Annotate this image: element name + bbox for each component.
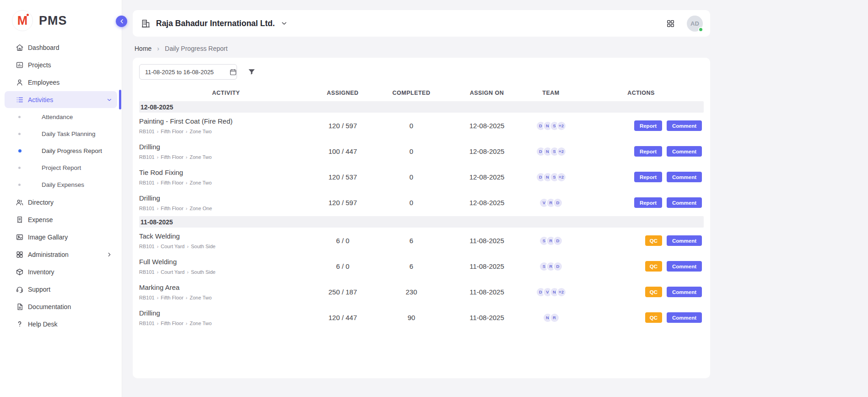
sidebar-item-administration[interactable]: Administration: [5, 246, 117, 263]
activity-name: Painting - First Coat (Fire Red): [139, 117, 313, 125]
sidebar-item-daily-progress-report[interactable]: Daily Progress Report: [5, 142, 117, 159]
qc-button[interactable]: QC: [645, 287, 662, 297]
report-button[interactable]: Report: [634, 120, 662, 131]
filter-button[interactable]: [247, 67, 256, 76]
chevron-right-icon: ›: [157, 155, 159, 160]
sidebar-item-label: Expense: [28, 216, 53, 223]
activity-path: RB101›Fifth Floor›Zone Two: [139, 321, 313, 326]
breadcrumb-home-link[interactable]: Home: [135, 45, 151, 52]
assigned-value: 6 / 0: [313, 262, 372, 270]
path-segment: Fifth Floor: [161, 295, 183, 300]
comment-button[interactable]: Comment: [667, 172, 702, 182]
team-more-badge[interactable]: +2: [556, 287, 566, 297]
assigned-value: 120 / 447: [313, 314, 372, 321]
path-segment: Zone One: [190, 206, 212, 211]
sidebar-item-project-report[interactable]: Project Report: [5, 159, 117, 176]
sidebar-item-help-desk[interactable]: Help Desk: [5, 315, 117, 332]
completed-value: 230: [372, 288, 450, 296]
path-segment: RB101: [139, 180, 155, 185]
sidebar-item-activities[interactable]: Activities: [5, 91, 117, 108]
table-row: DrillingRB101›Fifth Floor›Zone Two120 / …: [139, 305, 704, 331]
completed-value: 90: [372, 314, 450, 321]
sidebar-item-daily-expenses[interactable]: Daily Expenses: [5, 176, 117, 193]
chevron-right-icon: ›: [157, 270, 159, 275]
sidebar-item-image-gallary[interactable]: Image Gallary: [5, 228, 117, 245]
report-button[interactable]: Report: [634, 172, 662, 182]
sidebar-item-expense[interactable]: Expense: [5, 211, 117, 228]
sidebar-item-daily-task-planning[interactable]: Daily Task Planning: [5, 125, 117, 142]
assigned-value: 120 / 597: [313, 122, 372, 130]
qc-button[interactable]: QC: [645, 235, 662, 246]
activity-path: RB101›Fifth Floor›Zone One: [139, 206, 313, 211]
completed-value: 0: [372, 147, 450, 155]
support-icon: [16, 285, 24, 294]
report-button[interactable]: Report: [634, 146, 662, 157]
qc-button[interactable]: QC: [645, 312, 662, 323]
sidebar-subitem-label: Attendance: [42, 114, 73, 120]
column-header-activity: ACTIVITY: [139, 90, 313, 96]
assign-on-value: 11-08-2025: [450, 314, 523, 321]
team-more-badge[interactable]: +2: [556, 147, 566, 157]
comment-button[interactable]: Comment: [667, 235, 702, 246]
activity-name: Drilling: [139, 143, 313, 151]
team-avatar: D: [553, 236, 563, 246]
team-more-badge[interactable]: +2: [556, 121, 566, 131]
report-card: ACTIVITY ASSIGNED COMPLETED ASSIGN ON TE…: [133, 58, 710, 378]
qc-button[interactable]: QC: [645, 261, 662, 272]
path-segment: RB101: [139, 129, 155, 134]
report-button[interactable]: Report: [634, 197, 662, 208]
comment-button[interactable]: Comment: [667, 197, 702, 208]
image-gallery-icon: [16, 233, 24, 241]
column-header-assigned: ASSIGNED: [313, 90, 372, 96]
table-row: Marking AreaRB101›Fifth Floor›Zone Two25…: [139, 279, 704, 305]
activity-name: Full Welding: [139, 258, 313, 266]
date-range-input[interactable]: [144, 68, 226, 76]
sidebar-item-directory[interactable]: Directory: [5, 194, 117, 211]
comment-button[interactable]: Comment: [667, 312, 702, 323]
sidebar-item-label: Employees: [28, 79, 59, 86]
chevron-right-icon: [106, 251, 113, 258]
table-row: DrillingRB101›Fifth Floor›Zone Two100 / …: [139, 139, 704, 164]
assign-on-value: 12-08-2025: [450, 122, 523, 130]
date-range-picker[interactable]: [139, 64, 237, 80]
bullet-icon: [18, 133, 21, 135]
help-icon: [16, 320, 24, 328]
sidebar-item-projects[interactable]: Projects: [5, 56, 117, 73]
sidebar-item-attendance[interactable]: Attendance: [5, 109, 117, 125]
calendar-icon[interactable]: [229, 68, 237, 76]
activity-cell: DrillingRB101›Fifth Floor›Zone Two: [139, 309, 313, 326]
sidebar-item-documentation[interactable]: Documentation: [5, 298, 117, 315]
projects-icon: [16, 61, 24, 69]
table-row: Painting - First Coat (Fire Red)RB101›Fi…: [139, 113, 704, 139]
sidebar-item-inventory[interactable]: Inventory: [5, 263, 117, 280]
activity-path: RB101›Fifth Floor›Zone Two: [139, 180, 313, 185]
path-segment: RB101: [139, 154, 155, 160]
assigned-value: 250 / 187: [313, 288, 372, 296]
activity-name: Marking Area: [139, 283, 313, 291]
comment-button[interactable]: Comment: [667, 120, 702, 131]
user-avatar[interactable]: AD: [687, 16, 703, 32]
comment-button[interactable]: Comment: [667, 146, 702, 157]
path-segment: Fifth Floor: [161, 180, 183, 185]
sidebar-item-support[interactable]: Support: [5, 281, 117, 298]
activity-cell: Marking AreaRB101›Fifth Floor›Zone Two: [139, 283, 313, 300]
logo-letter: M: [17, 14, 28, 28]
company-selector[interactable]: Raja Bahadur International Ltd.: [141, 19, 288, 28]
team-cell: DVN+2: [523, 287, 578, 297]
sidebar-item-dashboard[interactable]: Dashboard: [5, 39, 117, 56]
team-more-badge[interactable]: +2: [556, 172, 566, 182]
sidebar-collapse-button[interactable]: [116, 16, 127, 27]
actions-cell: QCComment: [578, 235, 704, 246]
activity-cell: Tack WeldingRB101›Court Yard›South Side: [139, 232, 313, 249]
comment-button[interactable]: Comment: [667, 261, 702, 272]
sidebar-item-employees[interactable]: Employees: [5, 74, 117, 91]
sidebar-subitem-label: Daily Task Planning: [42, 131, 96, 137]
breadcrumb-current: Daily Progress Report: [165, 45, 227, 52]
sidebar-subitem-label: Daily Progress Report: [42, 147, 102, 154]
path-segment: RB101: [139, 295, 155, 300]
actions-cell: QCComment: [578, 261, 704, 272]
chevron-right-icon: ›: [186, 206, 188, 211]
apps-grid-button[interactable]: [666, 19, 675, 28]
path-segment: Zone Two: [190, 321, 212, 326]
comment-button[interactable]: Comment: [667, 287, 702, 297]
